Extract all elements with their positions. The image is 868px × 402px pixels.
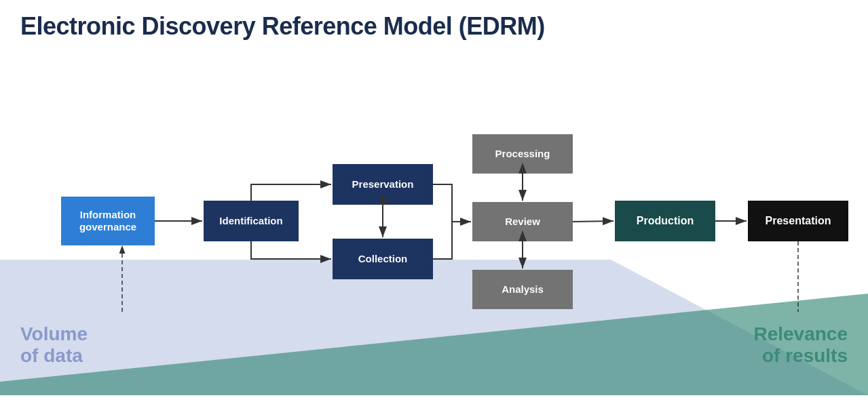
- label-volume: Volumeof data: [20, 323, 88, 367]
- box-production: Production: [615, 201, 715, 241]
- box-collection: Collection: [333, 239, 433, 279]
- box-identification: Identification: [204, 201, 299, 241]
- label-relevance: Relevanceof results: [753, 323, 848, 367]
- box-presentation: Presentation: [748, 201, 848, 241]
- box-preservation: Preservation: [333, 164, 433, 205]
- box-analysis: Analysis: [472, 270, 573, 309]
- diagram-area: Information governance Identification Pr…: [20, 54, 848, 312]
- box-processing: Processing: [472, 134, 573, 174]
- box-info-governance: Information governance: [61, 197, 155, 245]
- main-container: Electronic Discovery Reference Model (ED…: [0, 0, 868, 402]
- svg-line-9: [573, 221, 614, 222]
- box-review: Review: [472, 202, 573, 241]
- arrows-overlay: [20, 54, 848, 312]
- page-title: Electronic Discovery Reference Model (ED…: [20, 12, 848, 41]
